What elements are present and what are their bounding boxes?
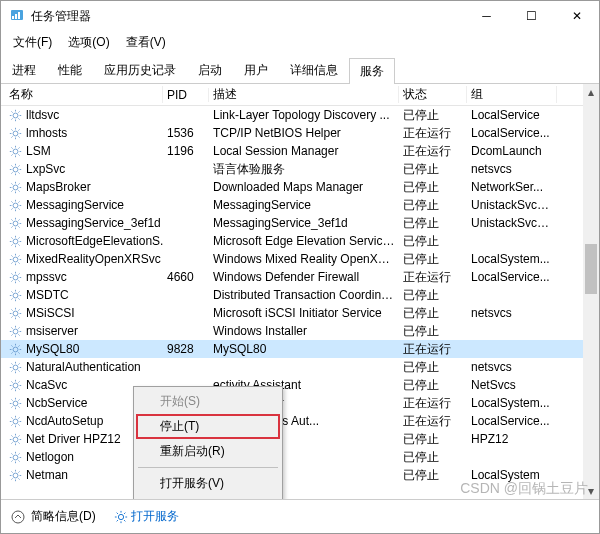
table-row[interactable]: NcaSvcectivity Assistant已停止NetSvcs: [1, 376, 599, 394]
service-group: netsvcs: [467, 360, 557, 374]
col-desc[interactable]: 描述: [209, 86, 399, 103]
service-desc: Windows Installer: [209, 324, 399, 338]
tab-0[interactable]: 进程: [1, 57, 47, 83]
svg-point-7: [13, 167, 18, 172]
table-row[interactable]: MicrosoftEdgeElevationS...Microsoft Edge…: [1, 232, 599, 250]
table-row[interactable]: Netman已停止LocalSystem: [1, 466, 599, 484]
tab-4[interactable]: 用户: [233, 57, 279, 83]
svg-point-20: [13, 401, 18, 406]
service-desc: Link-Layer Topology Discovery ...: [209, 108, 399, 122]
service-status: 已停止: [399, 197, 467, 214]
table-header[interactable]: 名称 PID 描述 状态 组: [1, 84, 599, 106]
svg-point-15: [13, 311, 18, 316]
service-name: NaturalAuthentication: [26, 360, 141, 374]
gear-icon: [9, 361, 22, 374]
svg-rect-3: [18, 12, 20, 19]
gear-icon: [9, 127, 22, 140]
service-desc: 语言体验服务: [209, 161, 399, 178]
table-row[interactable]: mpssvc4660Windows Defender Firewall正在运行L…: [1, 268, 599, 286]
tab-5[interactable]: 详细信息: [279, 57, 349, 83]
ctx-stop[interactable]: 停止(T): [136, 414, 280, 439]
table-row[interactable]: LSM1196Local Session Manager正在运行DcomLaun…: [1, 142, 599, 160]
col-status[interactable]: 状态: [399, 86, 467, 103]
gear-icon: [9, 469, 22, 482]
service-name: MSiSCSI: [26, 306, 75, 320]
scroll-up-icon[interactable]: ▴: [583, 84, 599, 100]
fewer-details-link[interactable]: 简略信息(D): [31, 508, 96, 525]
service-group: LocalSystem: [467, 468, 557, 482]
menu-file[interactable]: 文件(F): [7, 32, 58, 53]
svg-point-4: [13, 113, 18, 118]
minimize-button[interactable]: ─: [464, 1, 509, 31]
service-group: LocalService: [467, 108, 557, 122]
table-row[interactable]: Net Driver HPZ12已停止HPZ12: [1, 430, 599, 448]
vertical-scrollbar[interactable]: ▴ ▾: [583, 84, 599, 499]
service-desc: MySQL80: [209, 342, 399, 356]
table-row[interactable]: msiserverWindows Installer已停止: [1, 322, 599, 340]
ctx-restart[interactable]: 重新启动(R): [136, 439, 280, 464]
table-row[interactable]: MixedRealityOpenXRSvcWindows Mixed Reali…: [1, 250, 599, 268]
table-row[interactable]: MSiSCSIMicrosoft iSCSI Initiator Service…: [1, 304, 599, 322]
svg-point-24: [13, 473, 18, 478]
svg-point-14: [13, 293, 18, 298]
table-row[interactable]: NaturalAuthentication已停止netsvcs: [1, 358, 599, 376]
service-status: 正在运行: [399, 413, 467, 430]
table-row[interactable]: LxpSvc语言体验服务已停止netsvcs: [1, 160, 599, 178]
table-row[interactable]: MySQL809828MySQL80正在运行: [1, 340, 599, 358]
svg-point-22: [13, 437, 18, 442]
gear-icon: [9, 379, 22, 392]
tab-bar: 进程性能应用历史记录启动用户详细信息服务: [1, 57, 599, 84]
service-group: netsvcs: [467, 162, 557, 176]
svg-point-8: [13, 185, 18, 190]
service-desc: TCP/IP NetBIOS Helper: [209, 126, 399, 140]
tab-2[interactable]: 应用历史记录: [93, 57, 187, 83]
chevron-up-icon[interactable]: [11, 510, 25, 524]
svg-rect-1: [12, 16, 14, 19]
close-button[interactable]: ✕: [554, 1, 599, 31]
col-name[interactable]: 名称: [5, 86, 163, 103]
table-row[interactable]: lltdsvcLink-Layer Topology Discovery ...…: [1, 106, 599, 124]
table-row[interactable]: NcdAutoSetupected Devices Aut...正在运行Loca…: [1, 412, 599, 430]
maximize-button[interactable]: ☐: [509, 1, 554, 31]
service-desc: MessagingService_3ef1d: [209, 216, 399, 230]
service-name: MicrosoftEdgeElevationS...: [26, 234, 163, 248]
table-row[interactable]: lmhosts1536TCP/IP NetBIOS Helper正在运行Loca…: [1, 124, 599, 142]
svg-point-25: [12, 511, 24, 523]
table-row[interactable]: NcbServiceection Broker正在运行LocalSystem..…: [1, 394, 599, 412]
ctx-search-online[interactable]: 在线搜索(O): [136, 496, 280, 499]
gear-icon: [9, 397, 22, 410]
svg-point-11: [13, 239, 18, 244]
service-name: NcbService: [26, 396, 87, 410]
service-desc: Downloaded Maps Manager: [209, 180, 399, 194]
gear-icon: [9, 235, 22, 248]
service-group: HPZ12: [467, 432, 557, 446]
service-status: 已停止: [399, 233, 467, 250]
ctx-open-services[interactable]: 打开服务(V): [136, 471, 280, 496]
table-row[interactable]: MSDTCDistributed Transaction Coordina...…: [1, 286, 599, 304]
col-pid[interactable]: PID: [163, 88, 209, 102]
service-group: NetworkSer...: [467, 180, 557, 194]
gear-icon: [9, 289, 22, 302]
menu-options[interactable]: 选项(O): [62, 32, 115, 53]
table-row[interactable]: MapsBrokerDownloaded Maps Manager已停止Netw…: [1, 178, 599, 196]
open-services-link[interactable]: 打开服务: [131, 509, 179, 523]
tab-3[interactable]: 启动: [187, 57, 233, 83]
col-group[interactable]: 组: [467, 86, 557, 103]
table-row[interactable]: MessagingServiceMessagingService已停止Unist…: [1, 196, 599, 214]
gear-icon: [9, 253, 22, 266]
gear-icon: [9, 343, 22, 356]
service-name: LxpSvc: [26, 162, 65, 176]
table-row[interactable]: Netlogon已停止: [1, 448, 599, 466]
service-desc: Windows Mixed Reality OpenXR ...: [209, 252, 399, 266]
service-group: DcomLaunch: [467, 144, 557, 158]
service-name: MixedRealityOpenXRSvc: [26, 252, 161, 266]
service-name: LSM: [26, 144, 51, 158]
gear-icon: [9, 109, 22, 122]
tab-6[interactable]: 服务: [349, 58, 395, 84]
scrollbar-thumb[interactable]: [585, 244, 597, 294]
table-row[interactable]: MessagingService_3ef1dMessagingService_3…: [1, 214, 599, 232]
scroll-down-icon[interactable]: ▾: [583, 483, 599, 499]
service-status: 正在运行: [399, 143, 467, 160]
tab-1[interactable]: 性能: [47, 57, 93, 83]
menu-view[interactable]: 查看(V): [120, 32, 172, 53]
